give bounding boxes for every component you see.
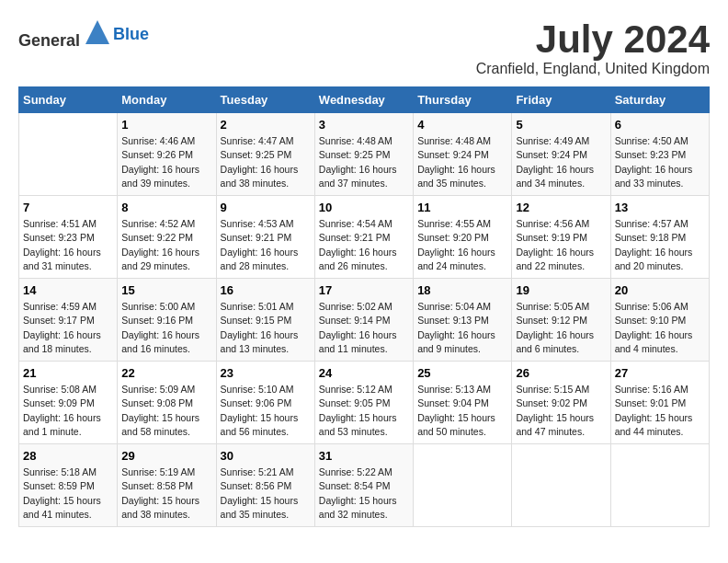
day-number: 3	[319, 118, 409, 132]
day-info: Sunrise: 5:01 AM Sunset: 9:15 PM Dayligh…	[221, 300, 311, 356]
calendar-cell: 20Sunrise: 5:06 AM Sunset: 9:10 PM Dayli…	[610, 279, 709, 362]
weekday-header-sunday: Sunday	[19, 87, 118, 113]
day-info: Sunrise: 5:13 AM Sunset: 9:04 PM Dayligh…	[417, 383, 507, 439]
day-info: Sunrise: 5:12 AM Sunset: 9:05 PM Dayligh…	[319, 383, 409, 439]
day-number: 29	[121, 449, 211, 463]
calendar-cell	[610, 444, 709, 527]
calendar-cell: 28Sunrise: 5:18 AM Sunset: 8:59 PM Dayli…	[19, 444, 118, 527]
location-subtitle: Cranfield, England, United Kingdom	[476, 61, 710, 77]
day-info: Sunrise: 5:08 AM Sunset: 9:09 PM Dayligh…	[23, 383, 113, 439]
weekday-header-saturday: Saturday	[610, 87, 709, 113]
day-number: 26	[516, 366, 606, 380]
calendar-cell: 13Sunrise: 4:57 AM Sunset: 9:18 PM Dayli…	[610, 196, 709, 279]
day-info: Sunrise: 4:46 AM Sunset: 9:26 PM Dayligh…	[121, 134, 211, 190]
day-info: Sunrise: 4:49 AM Sunset: 9:24 PM Dayligh…	[516, 134, 606, 190]
day-info: Sunrise: 4:59 AM Sunset: 9:17 PM Dayligh…	[23, 300, 113, 356]
calendar-cell: 27Sunrise: 5:16 AM Sunset: 9:01 PM Dayli…	[610, 362, 709, 444]
day-number: 16	[221, 283, 311, 297]
day-info: Sunrise: 5:22 AM Sunset: 8:54 PM Dayligh…	[319, 465, 409, 522]
day-info: Sunrise: 5:10 AM Sunset: 9:06 PM Dayligh…	[221, 383, 311, 439]
calendar-cell	[512, 444, 610, 527]
calendar-cell: 1Sunrise: 4:46 AM Sunset: 9:26 PM Daylig…	[118, 113, 216, 196]
day-info: Sunrise: 5:09 AM Sunset: 9:08 PM Dayligh…	[121, 383, 211, 439]
week-row-2: 7Sunrise: 4:51 AM Sunset: 9:23 PM Daylig…	[19, 196, 710, 279]
day-info: Sunrise: 4:56 AM Sunset: 9:19 PM Dayligh…	[516, 217, 606, 273]
day-number: 17	[319, 283, 409, 297]
weekday-header-tuesday: Tuesday	[216, 87, 314, 113]
calendar-cell: 16Sunrise: 5:01 AM Sunset: 9:15 PM Dayli…	[216, 279, 314, 362]
calendar-cell: 30Sunrise: 5:21 AM Sunset: 8:56 PM Dayli…	[216, 444, 314, 527]
calendar-cell: 11Sunrise: 4:55 AM Sunset: 9:20 PM Dayli…	[414, 196, 512, 279]
day-number: 12	[516, 201, 606, 214]
day-info: Sunrise: 5:16 AM Sunset: 9:01 PM Dayligh…	[615, 383, 705, 439]
calendar-cell	[414, 444, 512, 527]
day-info: Sunrise: 4:50 AM Sunset: 9:23 PM Dayligh…	[615, 134, 705, 190]
day-number: 18	[417, 283, 507, 297]
day-info: Sunrise: 5:18 AM Sunset: 8:59 PM Dayligh…	[23, 465, 113, 522]
day-info: Sunrise: 5:05 AM Sunset: 9:12 PM Dayligh…	[516, 300, 606, 356]
day-number: 22	[121, 366, 211, 380]
day-number: 4	[417, 118, 507, 132]
calendar-table: SundayMondayTuesdayWednesdayThursdayFrid…	[18, 86, 710, 527]
day-number: 13	[615, 201, 705, 214]
day-number: 6	[615, 118, 705, 132]
day-info: Sunrise: 4:57 AM Sunset: 9:18 PM Dayligh…	[615, 217, 705, 273]
day-number: 9	[221, 201, 311, 214]
calendar-cell: 23Sunrise: 5:10 AM Sunset: 9:06 PM Dayli…	[216, 362, 314, 444]
day-info: Sunrise: 4:54 AM Sunset: 9:21 PM Dayligh…	[319, 217, 409, 273]
week-row-3: 14Sunrise: 4:59 AM Sunset: 9:17 PM Dayli…	[19, 279, 710, 362]
month-year-title: July 2024	[476, 18, 710, 61]
day-info: Sunrise: 5:02 AM Sunset: 9:14 PM Dayligh…	[319, 300, 409, 356]
day-number: 14	[23, 283, 113, 297]
calendar-cell: 14Sunrise: 4:59 AM Sunset: 9:17 PM Dayli…	[19, 279, 118, 362]
day-info: Sunrise: 5:04 AM Sunset: 9:13 PM Dayligh…	[417, 300, 507, 356]
logo-general: General	[18, 31, 80, 50]
calendar-cell: 31Sunrise: 5:22 AM Sunset: 8:54 PM Dayli…	[314, 444, 413, 527]
day-info: Sunrise: 5:19 AM Sunset: 8:58 PM Dayligh…	[121, 465, 211, 522]
day-info: Sunrise: 5:06 AM Sunset: 9:10 PM Dayligh…	[615, 300, 705, 356]
day-number: 25	[417, 366, 507, 380]
day-number: 31	[319, 449, 409, 463]
calendar-cell: 26Sunrise: 5:15 AM Sunset: 9:02 PM Dayli…	[512, 362, 610, 444]
weekday-header-wednesday: Wednesday	[314, 87, 413, 113]
calendar-cell: 7Sunrise: 4:51 AM Sunset: 9:23 PM Daylig…	[19, 196, 118, 279]
day-number: 28	[23, 449, 113, 463]
day-number: 15	[121, 283, 211, 297]
svg-marker-0	[85, 20, 109, 44]
day-info: Sunrise: 4:48 AM Sunset: 9:24 PM Dayligh…	[417, 134, 507, 190]
day-info: Sunrise: 4:53 AM Sunset: 9:21 PM Dayligh…	[221, 217, 311, 273]
calendar-cell: 17Sunrise: 5:02 AM Sunset: 9:14 PM Dayli…	[314, 279, 413, 362]
day-info: Sunrise: 5:00 AM Sunset: 9:16 PM Dayligh…	[121, 300, 211, 356]
weekday-header-friday: Friday	[512, 87, 610, 113]
logo: General Blue	[18, 18, 149, 51]
logo-blue: Blue	[113, 25, 149, 44]
day-info: Sunrise: 5:15 AM Sunset: 9:02 PM Dayligh…	[516, 383, 606, 439]
weekday-header-row: SundayMondayTuesdayWednesdayThursdayFrid…	[19, 87, 710, 113]
day-number: 2	[221, 118, 311, 132]
title-section: July 2024 Cranfield, England, United Kin…	[476, 18, 710, 77]
calendar-cell: 2Sunrise: 4:47 AM Sunset: 9:25 PM Daylig…	[216, 113, 314, 196]
week-row-4: 21Sunrise: 5:08 AM Sunset: 9:09 PM Dayli…	[19, 362, 710, 444]
day-info: Sunrise: 4:51 AM Sunset: 9:23 PM Dayligh…	[23, 217, 113, 273]
calendar-cell: 19Sunrise: 5:05 AM Sunset: 9:12 PM Dayli…	[512, 279, 610, 362]
calendar-cell: 5Sunrise: 4:49 AM Sunset: 9:24 PM Daylig…	[512, 113, 610, 196]
calendar-cell: 25Sunrise: 5:13 AM Sunset: 9:04 PM Dayli…	[414, 362, 512, 444]
day-number: 7	[23, 201, 113, 214]
week-row-1: 1Sunrise: 4:46 AM Sunset: 9:26 PM Daylig…	[19, 113, 710, 196]
calendar-cell: 22Sunrise: 5:09 AM Sunset: 9:08 PM Dayli…	[118, 362, 216, 444]
day-info: Sunrise: 4:48 AM Sunset: 9:25 PM Dayligh…	[319, 134, 409, 190]
calendar-cell: 4Sunrise: 4:48 AM Sunset: 9:24 PM Daylig…	[414, 113, 512, 196]
day-info: Sunrise: 4:52 AM Sunset: 9:22 PM Dayligh…	[121, 217, 211, 273]
weekday-header-thursday: Thursday	[414, 87, 512, 113]
day-number: 20	[615, 283, 705, 297]
calendar-cell: 8Sunrise: 4:52 AM Sunset: 9:22 PM Daylig…	[118, 196, 216, 279]
day-number: 27	[615, 366, 705, 380]
day-info: Sunrise: 4:47 AM Sunset: 9:25 PM Dayligh…	[221, 134, 311, 190]
week-row-5: 28Sunrise: 5:18 AM Sunset: 8:59 PM Dayli…	[19, 444, 710, 527]
calendar-cell: 6Sunrise: 4:50 AM Sunset: 9:23 PM Daylig…	[610, 113, 709, 196]
header-section: General Blue July 2024 Cranfield, Englan…	[18, 18, 710, 77]
calendar-cell: 15Sunrise: 5:00 AM Sunset: 9:16 PM Dayli…	[118, 279, 216, 362]
calendar-cell: 29Sunrise: 5:19 AM Sunset: 8:58 PM Dayli…	[118, 444, 216, 527]
calendar-cell: 21Sunrise: 5:08 AM Sunset: 9:09 PM Dayli…	[19, 362, 118, 444]
day-number: 5	[516, 118, 606, 132]
